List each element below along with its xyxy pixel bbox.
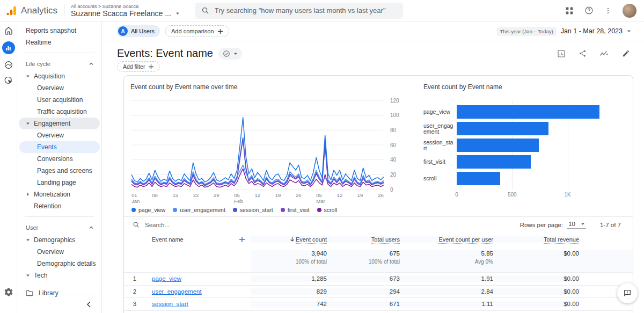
column-total-revenue[interactable]: Total revenue — [544, 236, 579, 244]
sidebar-item-user-acquisition[interactable]: User acquisition — [19, 94, 100, 106]
sidebar-item-monetization[interactable]: Monetization — [19, 188, 100, 200]
event-link-page-view[interactable]: page_view — [152, 275, 181, 282]
sidebar-item-label: Retention — [34, 202, 61, 210]
collapse-section-icon[interactable] — [89, 61, 94, 67]
legend-dot — [131, 208, 136, 212]
apps-grid-icon[interactable] — [565, 6, 574, 15]
legend-page-view[interactable]: page_view — [131, 207, 165, 213]
sidebar-item-events[interactable]: Events — [19, 141, 100, 153]
reports-icon[interactable] — [2, 41, 15, 54]
sidebar-item-tech[interactable]: Tech — [19, 270, 100, 281]
global-search[interactable] — [195, 3, 403, 19]
sidebar-item-label: Engagement — [34, 120, 70, 127]
rows-per-page-select[interactable]: 10 — [567, 221, 586, 229]
table-row: 3session_start7426711.11$0.00 — [124, 297, 633, 310]
advertising-icon[interactable] — [4, 76, 13, 85]
explore-icon[interactable] — [4, 60, 13, 70]
chart-legend: page_viewuser_engagementsession_startfir… — [131, 207, 414, 213]
main-content: A All Users Add comparison This year (Ja… — [102, 21, 644, 313]
event-link-session-start[interactable]: session_start — [152, 301, 188, 307]
sidebar-item-overview[interactable]: Overview — [19, 246, 100, 258]
sidebar-section-label: User — [26, 224, 38, 231]
column-event-count[interactable]: Event count — [296, 236, 327, 244]
sidebar-item-engagement[interactable]: Engagement — [19, 118, 100, 129]
legend-scroll[interactable]: scroll — [317, 207, 338, 213]
sidebar-item-traffic-acquisition[interactable]: Traffic acquisition — [19, 106, 100, 118]
search-input[interactable] — [215, 6, 397, 14]
property-switcher[interactable]: All accounts > Suzanne Scacca Suzanne Sc… — [71, 4, 180, 18]
share-icon[interactable] — [579, 49, 587, 57]
sidebar-divider — [25, 53, 94, 53]
avatar[interactable] — [623, 4, 636, 18]
legend-label: session_start — [240, 207, 273, 213]
column-total-users[interactable]: Total users — [371, 236, 400, 244]
bar-chart-block: Event count by Event name page_viewuser_… — [423, 83, 626, 199]
add-filter-label: Add filter — [123, 63, 145, 70]
event-link-user-engagement[interactable]: user_engagement — [152, 288, 202, 295]
customize-report-icon[interactable] — [557, 49, 566, 58]
date-range-picker[interactable]: This year (Jan – Today) Jan 1 - Mar 28, … — [497, 27, 631, 36]
event-name-cell: page_view — [145, 275, 251, 282]
table-toolbar: Rows per page: 10 1-7 of 7 — [124, 216, 633, 232]
sidebar-divider — [25, 216, 94, 217]
check-circle-icon — [223, 50, 230, 57]
bar-user-engagement[interactable] — [457, 122, 548, 135]
sidebar-item-realtime[interactable]: Realtime — [17, 37, 101, 48]
home-icon[interactable] — [4, 26, 13, 35]
bar-row: scroll — [423, 170, 626, 187]
svg-text:22: 22 — [193, 192, 199, 198]
column-event-name[interactable]: Event name — [152, 236, 184, 243]
svg-text:01: 01 — [131, 192, 137, 198]
legend-first-visit[interactable]: first_visit — [281, 207, 310, 213]
help-icon[interactable] — [584, 6, 594, 15]
legend-session-start[interactable]: session_start — [233, 207, 273, 213]
all-users-chip[interactable]: A All Users — [117, 25, 160, 37]
caret-down-icon[interactable] — [24, 121, 32, 126]
sidebar-item-reports-snapshot[interactable]: Reports snapshot — [17, 25, 101, 37]
sidebar-item-demographics[interactable]: Demographics — [19, 234, 100, 246]
bar-track — [457, 122, 623, 135]
sidebar-item-landing-page[interactable]: Landing page — [19, 177, 100, 188]
sidebar-item-pages-and-screens[interactable]: Pages and screens — [19, 165, 100, 177]
insights-icon[interactable] — [599, 49, 609, 57]
admin-gear-icon[interactable] — [4, 287, 13, 299]
sidebar-item-conversions[interactable]: Conversions — [19, 153, 100, 165]
collapse-section-icon[interactable] — [89, 225, 94, 230]
sidebar-item-overview[interactable]: Overview — [19, 82, 100, 94]
add-filter-button[interactable]: Add filter — [117, 61, 160, 72]
collapse-sidebar-icon[interactable] — [86, 301, 92, 308]
svg-text:12: 12 — [255, 192, 261, 198]
kebab-menu-icon[interactable] — [604, 6, 612, 15]
bar-row: user_engagement — [423, 120, 626, 137]
bar-session-start[interactable] — [457, 139, 539, 152]
column-event-count-per-user[interactable]: Event count per user — [438, 236, 493, 244]
edit-pencil-icon[interactable] — [622, 49, 630, 57]
sidebar-item-overview[interactable]: Overview — [19, 129, 100, 141]
legend-user-engagement[interactable]: user_engagement — [173, 207, 225, 213]
table-header-row: Event name Event count Total users Event… — [124, 232, 633, 246]
sidebar-item-demographic-details[interactable]: Demographic details — [19, 258, 100, 270]
bar-page-view[interactable] — [457, 105, 599, 119]
cell-revenue: $0.00 — [494, 275, 580, 282]
add-dimension-icon[interactable] — [239, 236, 245, 243]
bar-first-visit[interactable] — [457, 155, 531, 169]
line-chart[interactable]: 02040608010012001Jan0815222905Feb1219260… — [130, 94, 414, 206]
feedback-button[interactable] — [617, 283, 638, 303]
caret-right-icon[interactable] — [24, 192, 32, 196]
bar-scroll[interactable] — [457, 172, 500, 185]
table-search-input[interactable] — [145, 222, 252, 228]
caret-down-icon[interactable] — [24, 74, 32, 78]
table-row: 4first_visit6676671.00$0.00 — [124, 310, 633, 313]
caret-down-icon[interactable] — [24, 273, 32, 278]
report-status-badge[interactable] — [218, 48, 242, 60]
svg-text:05: 05 — [316, 192, 322, 198]
svg-text:80: 80 — [390, 127, 397, 133]
analytics-logo[interactable]: Analytics — [5, 5, 57, 17]
sidebar-item-retention[interactable]: Retention — [19, 200, 100, 212]
search-icon — [201, 6, 209, 14]
date-range-text: Jan 1 - Mar 28, 2023 — [561, 27, 623, 35]
add-comparison-button[interactable]: Add comparison — [165, 25, 229, 37]
caret-down-icon[interactable] — [24, 238, 32, 242]
total-event-count-sub: 100% of total — [251, 259, 327, 265]
sidebar-item-acquisition[interactable]: Acquisition — [19, 70, 100, 82]
